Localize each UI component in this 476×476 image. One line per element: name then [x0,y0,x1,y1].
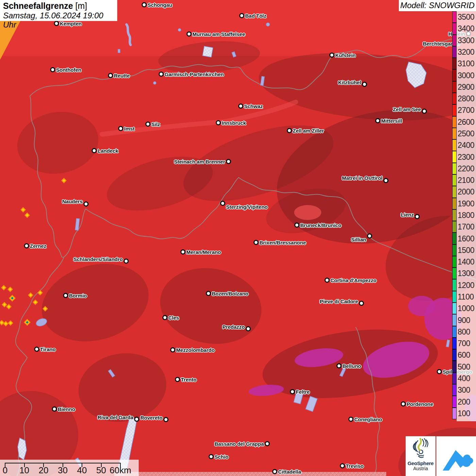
legend-cell-2700 [452,104,457,116]
city-dot [384,178,389,183]
city-dot [401,402,406,407]
legend-tick-label: 300 [458,386,476,395]
city-label: Predazzo [222,324,245,330]
city-label: Kufstein [335,52,356,58]
city-label: Pieve di Cadore [320,299,358,304]
city-dot [118,126,123,131]
city-label: Sillian [351,237,366,242]
city-label: Bormio [69,293,87,299]
city-label: Imst [124,126,135,132]
city-label: Pordenone [407,401,433,407]
legend-tick-label: 1300 [458,269,476,278]
city-dot [272,469,277,474]
city-label: Murnau am Staffelsee [192,31,245,37]
city-dot [34,347,39,352]
city-dot [216,120,221,125]
legend-tick-label: 1000 [458,304,476,313]
city-label: Sonthofen [56,67,81,73]
city-label: Tirano [40,346,56,352]
city-dot [294,223,300,228]
legend-cell-2500 [452,128,457,139]
legend-cell-1500 [452,244,457,256]
city-dot [415,214,420,219]
city-label: Cittadella [278,469,301,475]
geosphere-logo-box: GeoSphere Austria [406,436,436,476]
city-dot [238,104,243,109]
legend-cell-900 [452,314,457,326]
city-label: Schio [215,454,228,460]
legend-tick-label: 1500 [458,245,476,255]
legend-tick-label: 600 [458,351,476,360]
legend-tick-label: 1700 [458,222,476,232]
legend-tick-label: 2600 [458,117,476,126]
legend-tick-label: 400 [458,374,476,383]
city-dot [206,291,211,296]
title-unit: [m] [75,1,87,11]
city-dot [142,2,147,7]
city-label: Zernez [30,243,46,249]
legend-cell-1100 [452,291,457,303]
legend-tick-label: 1400 [458,257,476,267]
legend-cell-1200 [452,279,457,291]
legend-cell-1800 [452,209,457,221]
legend-cell-1400 [452,256,457,268]
legend-tick-label: 3500 [458,13,476,22]
city-dot [92,148,97,153]
city-label: Cles [168,315,179,321]
legend-cell-2000 [452,186,457,198]
city-label: Zell am Ziller [293,128,324,134]
scale-tick-label: 0 [3,465,7,476]
title-text: Schneefallgrenze [3,1,73,11]
city-label: Mittersill [381,118,402,124]
legend-tick-label: 3300 [458,36,476,45]
legend-cell-1900 [452,198,457,209]
scale-tick-label: 50 [96,465,106,476]
city-dot [422,109,427,114]
city-label: Treviso [346,463,364,469]
city-dot [287,128,292,133]
city-label: Feltre [296,389,310,395]
legend-cell-3200 [452,46,457,58]
legend-tick-label: 2000 [458,187,476,197]
legend-cell-2900 [452,81,457,93]
city-dot [367,234,372,239]
city-dot [175,377,180,382]
legend-tick-label: 1100 [458,292,476,302]
city-label: Bozen/Bolzano [212,291,249,296]
legend-cell-200 [452,396,457,407]
city-label: Garmisch-Partenkirchen [165,71,224,77]
legend-cell-3300 [452,35,457,46]
legend-cell-700 [452,338,457,349]
legend-cell-2100 [452,174,457,186]
city-dot [146,122,151,127]
legend-cell-300 [452,384,457,396]
legend-cell-2300 [452,151,457,163]
legend-tick-label: 3100 [458,59,476,68]
city-dot [348,417,354,422]
legend-cell-1600 [452,233,457,244]
legend-tick-label: 2400 [458,141,476,150]
legend-tick-label: 3200 [458,48,476,57]
legend-color-bar [452,11,457,419]
city-label: Conegliano [354,417,382,422]
city-label: Innsbruck [222,120,246,126]
city-dot [325,278,330,283]
legend-cell-3100 [452,58,457,69]
legend-cell-2800 [452,93,457,104]
scale-tick-label: 60km [109,465,131,476]
legend-tick-label: 700 [458,339,476,348]
city-dot [50,67,55,72]
city-label: Kitzbühel [338,80,361,85]
title-box: Schneefallgrenze [m] Samstag, 15.06.2024… [0,0,117,21]
model-label: Modell: SNOWGRID [399,0,476,11]
city-label: Bienno [58,406,75,412]
city-label: Belluno [342,363,361,369]
city-dot [84,202,89,207]
scale-tick-label: 40 [77,465,87,476]
scale-tick-label: 20 [39,465,49,476]
city-dot [246,326,251,332]
legend-cell-2200 [452,163,457,174]
city-label: Schlanders/Silandro [73,256,123,262]
city-label: Bruneck/Brunico [300,222,341,228]
city-dot [124,259,129,264]
